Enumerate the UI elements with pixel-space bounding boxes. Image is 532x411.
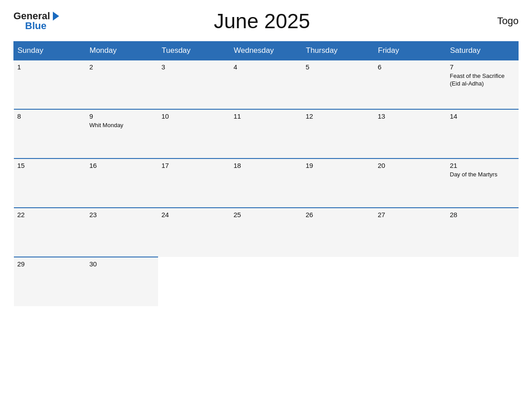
calendar-day-cell: 24 <box>158 208 230 257</box>
calendar-day-cell: 10 <box>158 109 230 158</box>
calendar-day-cell: 5 <box>302 60 374 109</box>
calendar-day-cell: 27 <box>374 208 446 257</box>
calendar-week-row: 89Whit Monday1011121314 <box>14 109 519 158</box>
day-header-tuesday: Tuesday <box>158 42 230 60</box>
day-header-saturday: Saturday <box>446 42 519 60</box>
logo: General Blue <box>13 11 59 31</box>
day-event: Day of the Martyrs <box>450 171 515 179</box>
day-header-friday: Friday <box>374 42 446 60</box>
page-header: General Blue June 2025 Togo <box>13 9 519 33</box>
calendar-day-cell: 6 <box>374 60 446 109</box>
calendar-day-cell <box>374 257 446 306</box>
calendar-day-cell: 19 <box>302 158 374 208</box>
calendar-day-cell <box>158 257 230 306</box>
day-number: 15 <box>17 162 82 169</box>
day-number: 19 <box>306 162 371 169</box>
day-number: 12 <box>306 112 371 120</box>
calendar-week-row: 2930 <box>14 257 519 306</box>
calendar-day-cell: 7Feast of the Sacrifice (Eid al-Adha) <box>446 60 519 109</box>
calendar-week-row: 1234567Feast of the Sacrifice (Eid al-Ad… <box>14 60 519 109</box>
calendar-day-cell: 11 <box>230 109 302 158</box>
day-number: 4 <box>234 63 299 71</box>
day-header-sunday: Sunday <box>14 42 86 60</box>
day-number: 28 <box>450 211 515 218</box>
calendar-day-cell: 28 <box>446 208 519 257</box>
calendar-week-row: 15161718192021Day of the Martyrs <box>14 158 519 208</box>
calendar-day-cell: 9Whit Monday <box>86 109 158 158</box>
day-number: 18 <box>234 162 299 169</box>
calendar-day-cell: 15 <box>14 158 86 208</box>
day-number: 13 <box>378 112 443 120</box>
day-number: 5 <box>306 63 371 71</box>
day-number: 25 <box>234 211 299 218</box>
day-number: 22 <box>17 211 82 218</box>
day-header-monday: Monday <box>86 42 158 60</box>
day-number: 11 <box>234 112 299 120</box>
calendar-day-cell: 12 <box>302 109 374 158</box>
calendar-day-cell: 30 <box>86 257 158 306</box>
calendar-title: June 2025 <box>59 9 465 33</box>
logo-triangle-icon <box>53 12 59 21</box>
day-number: 16 <box>90 162 154 169</box>
day-number: 8 <box>17 112 82 120</box>
calendar-day-cell: 21Day of the Martyrs <box>446 158 519 208</box>
calendar-day-cell: 16 <box>86 158 158 208</box>
country-label: Togo <box>465 15 519 27</box>
day-number: 27 <box>378 211 443 218</box>
day-event: Feast of the Sacrifice (Eid al-Adha) <box>450 73 515 88</box>
calendar-day-cell: 8 <box>14 109 86 158</box>
day-number: 2 <box>90 63 154 71</box>
day-number: 9 <box>90 112 154 120</box>
calendar-day-cell: 2 <box>86 60 158 109</box>
calendar-day-cell: 17 <box>158 158 230 208</box>
day-number: 21 <box>450 162 515 169</box>
day-number: 1 <box>17 63 82 71</box>
day-number: 20 <box>378 162 443 169</box>
calendar-week-row: 22232425262728 <box>14 208 519 257</box>
calendar-day-cell: 18 <box>230 158 302 208</box>
calendar-day-cell: 22 <box>14 208 86 257</box>
calendar-day-cell: 29 <box>14 257 86 306</box>
calendar-table: SundayMondayTuesdayWednesdayThursdayFrid… <box>13 41 519 306</box>
calendar-day-cell: 4 <box>230 60 302 109</box>
calendar-day-cell: 13 <box>374 109 446 158</box>
calendar-day-cell: 3 <box>158 60 230 109</box>
calendar-day-cell: 14 <box>446 109 519 158</box>
calendar-day-cell: 1 <box>14 60 86 109</box>
calendar-header-row: SundayMondayTuesdayWednesdayThursdayFrid… <box>14 42 519 60</box>
calendar-day-cell: 26 <box>302 208 374 257</box>
day-header-thursday: Thursday <box>302 42 374 60</box>
day-number: 6 <box>378 63 443 71</box>
logo-blue-text: Blue <box>25 21 47 31</box>
day-number: 29 <box>17 260 82 268</box>
calendar-day-cell: 23 <box>86 208 158 257</box>
day-header-wednesday: Wednesday <box>230 42 302 60</box>
day-number: 30 <box>90 260 154 268</box>
day-event: Whit Monday <box>90 122 154 129</box>
day-number: 26 <box>306 211 371 218</box>
day-number: 7 <box>450 63 515 71</box>
day-number: 23 <box>90 211 154 218</box>
calendar-day-cell: 25 <box>230 208 302 257</box>
calendar-day-cell <box>302 257 374 306</box>
calendar-day-cell: 20 <box>374 158 446 208</box>
day-number: 24 <box>162 211 227 218</box>
day-number: 14 <box>450 112 515 120</box>
day-number: 10 <box>162 112 227 120</box>
day-number: 3 <box>162 63 227 71</box>
calendar-day-cell <box>446 257 519 306</box>
logo-general-text: General <box>13 11 50 21</box>
calendar-day-cell <box>230 257 302 306</box>
day-number: 17 <box>162 162 227 169</box>
